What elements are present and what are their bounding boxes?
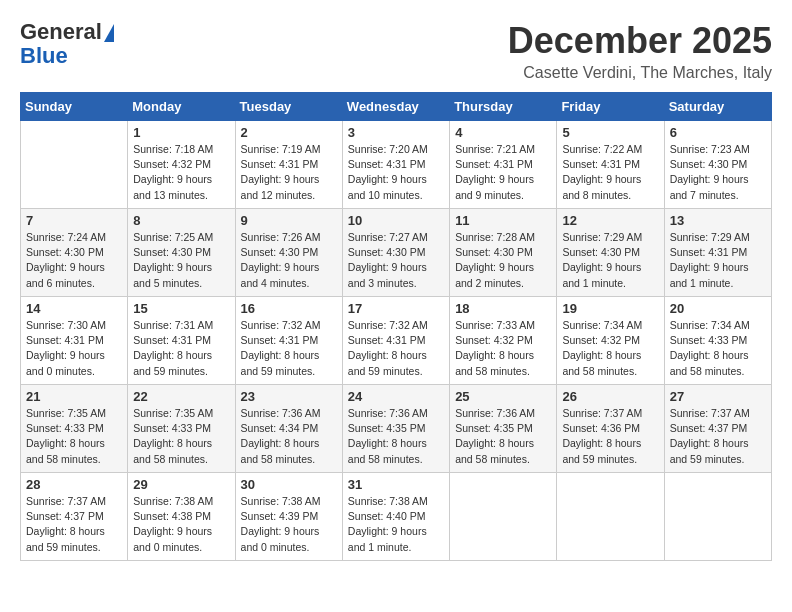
day-number: 18: [455, 301, 551, 316]
calendar-cell: 2Sunrise: 7:19 AMSunset: 4:31 PMDaylight…: [235, 121, 342, 209]
calendar-cell: 4Sunrise: 7:21 AMSunset: 4:31 PMDaylight…: [450, 121, 557, 209]
day-number: 6: [670, 125, 766, 140]
day-number: 26: [562, 389, 658, 404]
calendar-cell: 24Sunrise: 7:36 AMSunset: 4:35 PMDayligh…: [342, 385, 449, 473]
calendar-cell: 23Sunrise: 7:36 AMSunset: 4:34 PMDayligh…: [235, 385, 342, 473]
day-info: Sunrise: 7:21 AMSunset: 4:31 PMDaylight:…: [455, 142, 551, 203]
day-number: 20: [670, 301, 766, 316]
weekday-header-wednesday: Wednesday: [342, 93, 449, 121]
day-info: Sunrise: 7:38 AMSunset: 4:38 PMDaylight:…: [133, 494, 229, 555]
day-info: Sunrise: 7:29 AMSunset: 4:30 PMDaylight:…: [562, 230, 658, 291]
calendar-header-row: SundayMondayTuesdayWednesdayThursdayFrid…: [21, 93, 772, 121]
day-number: 23: [241, 389, 337, 404]
day-info: Sunrise: 7:36 AMSunset: 4:34 PMDaylight:…: [241, 406, 337, 467]
weekday-header-monday: Monday: [128, 93, 235, 121]
day-info: Sunrise: 7:28 AMSunset: 4:30 PMDaylight:…: [455, 230, 551, 291]
calendar-cell: 9Sunrise: 7:26 AMSunset: 4:30 PMDaylight…: [235, 209, 342, 297]
calendar-cell: 18Sunrise: 7:33 AMSunset: 4:32 PMDayligh…: [450, 297, 557, 385]
day-number: 25: [455, 389, 551, 404]
page-header: General Blue December 2025 Casette Verdi…: [20, 20, 772, 82]
calendar-cell: 19Sunrise: 7:34 AMSunset: 4:32 PMDayligh…: [557, 297, 664, 385]
calendar-cell: 7Sunrise: 7:24 AMSunset: 4:30 PMDaylight…: [21, 209, 128, 297]
calendar-cell: [450, 473, 557, 561]
day-info: Sunrise: 7:34 AMSunset: 4:32 PMDaylight:…: [562, 318, 658, 379]
day-info: Sunrise: 7:32 AMSunset: 4:31 PMDaylight:…: [348, 318, 444, 379]
location-title: Casette Verdini, The Marches, Italy: [508, 64, 772, 82]
calendar-cell: 31Sunrise: 7:38 AMSunset: 4:40 PMDayligh…: [342, 473, 449, 561]
day-number: 22: [133, 389, 229, 404]
day-info: Sunrise: 7:31 AMSunset: 4:31 PMDaylight:…: [133, 318, 229, 379]
day-number: 24: [348, 389, 444, 404]
calendar-cell: [557, 473, 664, 561]
calendar-cell: 16Sunrise: 7:32 AMSunset: 4:31 PMDayligh…: [235, 297, 342, 385]
logo-triangle-icon: [104, 24, 114, 42]
calendar-cell: 17Sunrise: 7:32 AMSunset: 4:31 PMDayligh…: [342, 297, 449, 385]
day-number: 28: [26, 477, 122, 492]
day-info: Sunrise: 7:26 AMSunset: 4:30 PMDaylight:…: [241, 230, 337, 291]
day-number: 13: [670, 213, 766, 228]
calendar-week-row: 14Sunrise: 7:30 AMSunset: 4:31 PMDayligh…: [21, 297, 772, 385]
calendar-cell: 30Sunrise: 7:38 AMSunset: 4:39 PMDayligh…: [235, 473, 342, 561]
calendar-cell: 15Sunrise: 7:31 AMSunset: 4:31 PMDayligh…: [128, 297, 235, 385]
day-number: 19: [562, 301, 658, 316]
day-number: 3: [348, 125, 444, 140]
calendar-cell: 28Sunrise: 7:37 AMSunset: 4:37 PMDayligh…: [21, 473, 128, 561]
day-number: 1: [133, 125, 229, 140]
calendar-week-row: 21Sunrise: 7:35 AMSunset: 4:33 PMDayligh…: [21, 385, 772, 473]
day-info: Sunrise: 7:22 AMSunset: 4:31 PMDaylight:…: [562, 142, 658, 203]
day-info: Sunrise: 7:38 AMSunset: 4:40 PMDaylight:…: [348, 494, 444, 555]
day-info: Sunrise: 7:37 AMSunset: 4:37 PMDaylight:…: [26, 494, 122, 555]
logo-text: General: [20, 20, 114, 44]
day-info: Sunrise: 7:35 AMSunset: 4:33 PMDaylight:…: [26, 406, 122, 467]
weekday-header-tuesday: Tuesday: [235, 93, 342, 121]
day-info: Sunrise: 7:34 AMSunset: 4:33 PMDaylight:…: [670, 318, 766, 379]
calendar-week-row: 1Sunrise: 7:18 AMSunset: 4:32 PMDaylight…: [21, 121, 772, 209]
day-number: 31: [348, 477, 444, 492]
calendar-cell: 8Sunrise: 7:25 AMSunset: 4:30 PMDaylight…: [128, 209, 235, 297]
weekday-header-saturday: Saturday: [664, 93, 771, 121]
calendar-cell: 27Sunrise: 7:37 AMSunset: 4:37 PMDayligh…: [664, 385, 771, 473]
day-info: Sunrise: 7:32 AMSunset: 4:31 PMDaylight:…: [241, 318, 337, 379]
calendar-cell: 20Sunrise: 7:34 AMSunset: 4:33 PMDayligh…: [664, 297, 771, 385]
logo: General Blue: [20, 20, 114, 68]
weekday-header-friday: Friday: [557, 93, 664, 121]
calendar-cell: 29Sunrise: 7:38 AMSunset: 4:38 PMDayligh…: [128, 473, 235, 561]
day-number: 14: [26, 301, 122, 316]
day-info: Sunrise: 7:33 AMSunset: 4:32 PMDaylight:…: [455, 318, 551, 379]
calendar-week-row: 7Sunrise: 7:24 AMSunset: 4:30 PMDaylight…: [21, 209, 772, 297]
calendar-cell: 10Sunrise: 7:27 AMSunset: 4:30 PMDayligh…: [342, 209, 449, 297]
calendar-cell: 25Sunrise: 7:36 AMSunset: 4:35 PMDayligh…: [450, 385, 557, 473]
calendar-cell: 11Sunrise: 7:28 AMSunset: 4:30 PMDayligh…: [450, 209, 557, 297]
day-number: 4: [455, 125, 551, 140]
day-info: Sunrise: 7:18 AMSunset: 4:32 PMDaylight:…: [133, 142, 229, 203]
day-number: 15: [133, 301, 229, 316]
day-info: Sunrise: 7:36 AMSunset: 4:35 PMDaylight:…: [348, 406, 444, 467]
weekday-header-sunday: Sunday: [21, 93, 128, 121]
day-info: Sunrise: 7:30 AMSunset: 4:31 PMDaylight:…: [26, 318, 122, 379]
day-number: 29: [133, 477, 229, 492]
calendar-cell: 12Sunrise: 7:29 AMSunset: 4:30 PMDayligh…: [557, 209, 664, 297]
day-number: 10: [348, 213, 444, 228]
calendar-cell: 6Sunrise: 7:23 AMSunset: 4:30 PMDaylight…: [664, 121, 771, 209]
day-number: 7: [26, 213, 122, 228]
day-info: Sunrise: 7:27 AMSunset: 4:30 PMDaylight:…: [348, 230, 444, 291]
day-info: Sunrise: 7:29 AMSunset: 4:31 PMDaylight:…: [670, 230, 766, 291]
calendar-cell: 3Sunrise: 7:20 AMSunset: 4:31 PMDaylight…: [342, 121, 449, 209]
day-number: 30: [241, 477, 337, 492]
day-number: 12: [562, 213, 658, 228]
calendar-cell: 13Sunrise: 7:29 AMSunset: 4:31 PMDayligh…: [664, 209, 771, 297]
weekday-header-thursday: Thursday: [450, 93, 557, 121]
calendar-cell: 14Sunrise: 7:30 AMSunset: 4:31 PMDayligh…: [21, 297, 128, 385]
day-info: Sunrise: 7:37 AMSunset: 4:37 PMDaylight:…: [670, 406, 766, 467]
logo-blue-text: Blue: [20, 44, 68, 68]
calendar-cell: [21, 121, 128, 209]
day-info: Sunrise: 7:20 AMSunset: 4:31 PMDaylight:…: [348, 142, 444, 203]
calendar-table: SundayMondayTuesdayWednesdayThursdayFrid…: [20, 92, 772, 561]
day-info: Sunrise: 7:38 AMSunset: 4:39 PMDaylight:…: [241, 494, 337, 555]
day-info: Sunrise: 7:25 AMSunset: 4:30 PMDaylight:…: [133, 230, 229, 291]
day-number: 27: [670, 389, 766, 404]
day-number: 21: [26, 389, 122, 404]
day-number: 11: [455, 213, 551, 228]
day-info: Sunrise: 7:19 AMSunset: 4:31 PMDaylight:…: [241, 142, 337, 203]
calendar-cell: [664, 473, 771, 561]
